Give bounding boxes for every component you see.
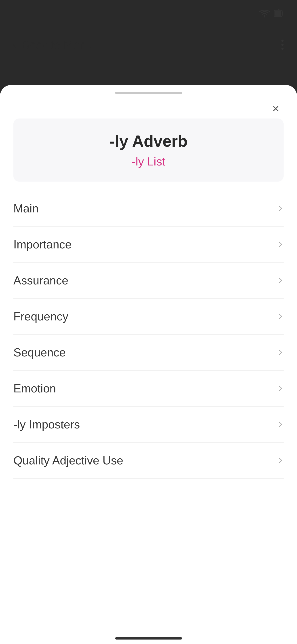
chevron-right-icon (277, 385, 284, 392)
menu-item-label-main: Main (13, 202, 39, 215)
menu-item-label-importance: Importance (13, 238, 71, 251)
header-section: -ly Adverb -ly List (13, 118, 284, 182)
battery-icon (274, 8, 284, 18)
menu-item-quality-adjective-use[interactable]: Quality Adjective Use (13, 442, 284, 478)
drag-handle-container (0, 85, 297, 98)
dot-1 (281, 40, 284, 42)
menu-item-assurance[interactable]: Assurance (13, 262, 284, 298)
menu-item-frequency[interactable]: Frequency (13, 298, 284, 334)
drag-handle[interactable] (115, 92, 182, 94)
status-bar (0, 0, 297, 27)
header-subtitle: -ly List (22, 155, 275, 168)
chevron-right-icon (277, 457, 284, 464)
chevron-right-icon (277, 205, 284, 212)
menu-list: MainImportanceAssuranceFrequencySequence… (0, 190, 297, 478)
back-button[interactable]: Back to Menu (11, 38, 92, 52)
home-indicator (115, 637, 182, 640)
status-icons (259, 8, 284, 18)
chevron-right-icon (277, 313, 284, 320)
menu-item-ly-imposters[interactable]: -ly Imposters (13, 406, 284, 442)
more-options-button[interactable] (279, 37, 286, 52)
menu-item-label-ly-imposters: -ly Imposters (13, 418, 80, 431)
chevron-right-icon (277, 277, 284, 284)
top-bar: Back to Menu (0, 27, 297, 62)
menu-item-label-frequency: Frequency (13, 310, 68, 323)
menu-item-label-emotion: Emotion (13, 382, 56, 395)
chevron-right-icon (277, 421, 284, 428)
menu-item-emotion[interactable]: Emotion (13, 370, 284, 406)
menu-item-sequence[interactable]: Sequence (13, 334, 284, 370)
svg-rect-1 (282, 12, 283, 15)
menu-item-label-sequence: Sequence (13, 346, 66, 359)
modal-sheet: × -ly Adverb -ly List MainImportanceAssu… (0, 85, 297, 644)
back-label: Back to Menu (21, 38, 92, 52)
chevron-right-icon (277, 349, 284, 356)
close-button[interactable]: × (268, 100, 284, 116)
dot-3 (281, 48, 284, 50)
header-title: -ly Adverb (22, 132, 275, 150)
svg-rect-2 (275, 11, 281, 16)
menu-item-label-quality-adjective-use: Quality Adjective Use (13, 454, 123, 467)
menu-item-label-assurance: Assurance (13, 274, 68, 287)
dot-2 (281, 44, 284, 46)
back-arrow-icon (11, 41, 18, 48)
close-icon: × (273, 103, 279, 114)
wifi-icon (259, 10, 270, 18)
menu-item-importance[interactable]: Importance (13, 226, 284, 262)
chevron-right-icon (277, 241, 284, 248)
menu-item-main[interactable]: Main (13, 190, 284, 226)
close-button-container: × (0, 98, 297, 116)
